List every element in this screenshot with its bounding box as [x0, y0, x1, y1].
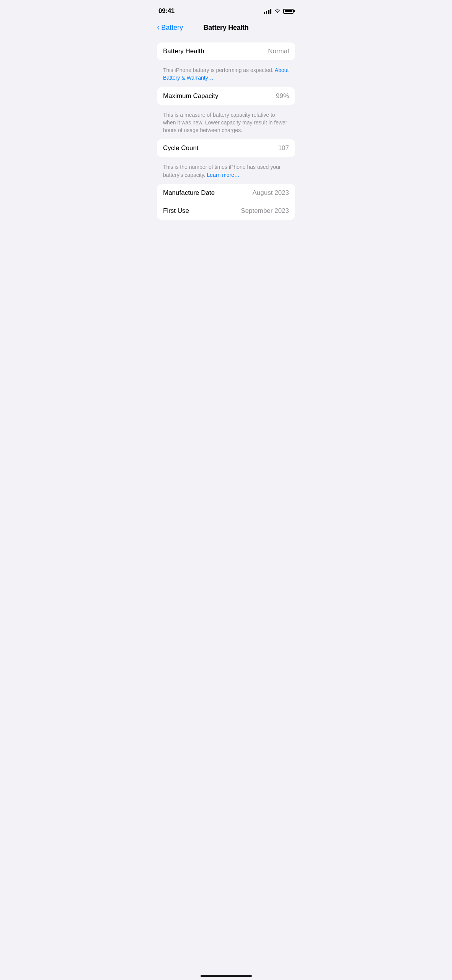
status-icons: [264, 8, 294, 14]
status-bar: 09:41: [151, 0, 301, 21]
main-content: Battery Health Normal This iPhone batter…: [151, 36, 301, 238]
learn-more-link[interactable]: Learn more…: [207, 172, 240, 178]
cycle-count-description: This is the number of times iPhone has u…: [157, 160, 295, 184]
back-label: Battery: [161, 24, 183, 32]
battery-health-value: Normal: [268, 47, 289, 55]
manufacture-date-label: Manufacture Date: [163, 189, 215, 197]
wifi-icon: [274, 9, 281, 14]
first-use-value: September 2023: [241, 207, 289, 215]
maximum-capacity-row: Maximum Capacity 99%: [157, 87, 295, 105]
cycle-count-label: Cycle Count: [163, 144, 199, 152]
dates-card: Manufacture Date August 2023 First Use S…: [157, 184, 295, 220]
battery-health-card: Battery Health Normal: [157, 42, 295, 60]
cycle-count-card: Cycle Count 107: [157, 139, 295, 157]
battery-health-label: Battery Health: [163, 47, 204, 55]
battery-health-row: Battery Health Normal: [157, 42, 295, 60]
first-use-label: First Use: [163, 207, 189, 215]
manufacture-date-value: August 2023: [253, 189, 289, 197]
chevron-left-icon: ‹: [157, 23, 160, 32]
maximum-capacity-description: This is a measure of battery capacity re…: [157, 108, 295, 140]
page-title: Battery Health: [204, 24, 249, 32]
back-button[interactable]: ‹ Battery: [157, 24, 183, 32]
signal-icon: [264, 8, 271, 14]
cycle-count-row: Cycle Count 107: [157, 139, 295, 157]
status-time: 09:41: [158, 7, 175, 15]
manufacture-date-row: Manufacture Date August 2023: [157, 184, 295, 202]
first-use-row: First Use September 2023: [157, 202, 295, 220]
battery-health-description: This iPhone battery is performing as exp…: [157, 63, 295, 87]
cycle-count-value: 107: [278, 144, 289, 152]
nav-bar: ‹ Battery Battery Health: [151, 21, 301, 36]
maximum-capacity-card: Maximum Capacity 99%: [157, 87, 295, 105]
maximum-capacity-label: Maximum Capacity: [163, 92, 219, 100]
maximum-capacity-value: 99%: [276, 92, 289, 100]
battery-icon: [283, 9, 294, 14]
